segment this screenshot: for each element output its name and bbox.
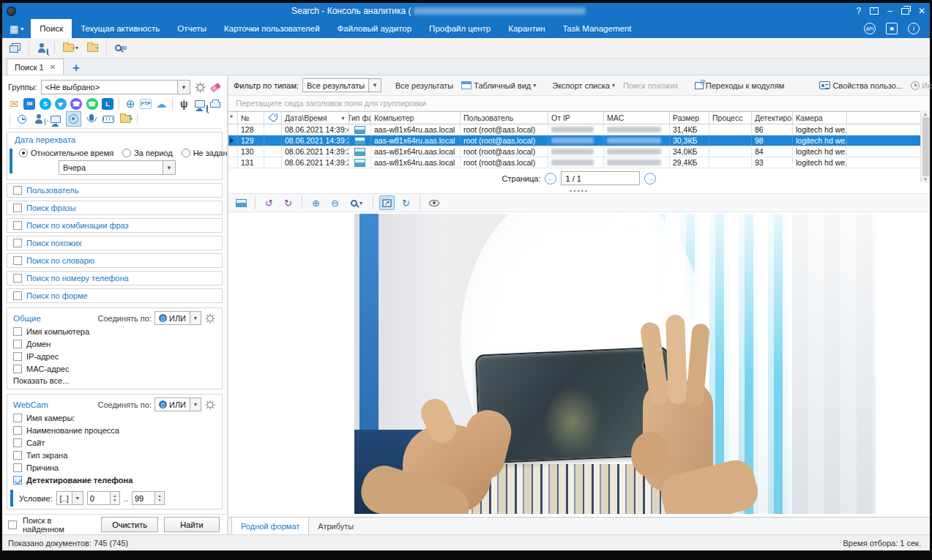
http-icon[interactable]: ⊕ bbox=[124, 97, 136, 111]
close-tab-icon[interactable]: ✕ bbox=[50, 63, 56, 71]
common-mac[interactable]: MAC-адрес bbox=[13, 362, 216, 375]
rotate-left-button[interactable]: ↺ bbox=[261, 195, 277, 210]
email-icon[interactable]: ✉ bbox=[8, 97, 20, 111]
common-domain[interactable]: Домен bbox=[13, 337, 216, 350]
condition-from-stepper[interactable]: ▲▼ bbox=[87, 491, 120, 505]
scrollbar-thumb[interactable] bbox=[922, 117, 929, 176]
cloud-icon[interactable]: ☁ bbox=[155, 97, 167, 111]
condition-from-input[interactable] bbox=[88, 492, 110, 504]
info-icon[interactable]: i bbox=[908, 23, 920, 34]
search-in-found-checkbox[interactable] bbox=[8, 520, 17, 529]
condition-to-input[interactable] bbox=[133, 492, 154, 504]
tab-poisk-1[interactable]: Поиск 1 ✕ bbox=[7, 59, 64, 75]
monitor-icon[interactable] bbox=[49, 113, 62, 126]
close-button[interactable]: ✕ bbox=[918, 7, 925, 15]
refresh-image-button[interactable]: ↻ bbox=[398, 195, 414, 210]
col-computer[interactable]: Компьютер bbox=[371, 112, 461, 124]
col-from-ip[interactable]: От IP bbox=[548, 112, 604, 124]
table-row-selected[interactable]: 129 08.06.2021 14:39:38 aas-w81x64ru.aas… bbox=[228, 135, 930, 146]
export-document-button[interactable]: → ▾ bbox=[60, 42, 81, 53]
table-row[interactable]: 128 08.06.2021 14:39:41 aas-w81x64ru.aas… bbox=[228, 124, 930, 135]
tab-native-format[interactable]: Родной формат bbox=[231, 518, 309, 534]
file-export-icon[interactable]: ↴ bbox=[119, 113, 132, 126]
zoom-out-button[interactable]: ⊖ bbox=[327, 195, 343, 210]
minimize-button[interactable]: – bbox=[887, 7, 892, 15]
table-row[interactable]: 131 08.06.2021 14:39:33 aas-w81x64ru.aas… bbox=[228, 157, 930, 168]
col-user[interactable]: Пользователь bbox=[461, 112, 548, 124]
webcam-icon-selected[interactable] bbox=[66, 111, 81, 127]
common-settings-button[interactable] bbox=[204, 313, 216, 324]
radio-relative-time[interactable] bbox=[19, 149, 28, 157]
cascade-windows-button[interactable] bbox=[7, 42, 23, 54]
checkbox[interactable] bbox=[13, 426, 22, 435]
add-tab-button[interactable]: + bbox=[64, 61, 89, 75]
printer-icon[interactable] bbox=[209, 97, 221, 111]
keyboard-icon[interactable] bbox=[102, 113, 115, 126]
common-computer-name[interactable]: Имя компьютера bbox=[13, 325, 216, 337]
rotate-right-button[interactable]: ↻ bbox=[280, 195, 296, 210]
import-document-button[interactable]: ← bbox=[84, 42, 101, 53]
tab-attributes[interactable]: Атрибуты bbox=[309, 518, 362, 534]
col-mac[interactable]: MAC bbox=[604, 112, 670, 124]
device-search-icon[interactable] bbox=[193, 97, 205, 111]
checkbox[interactable] bbox=[13, 186, 22, 195]
col-process[interactable]: Процесс bbox=[709, 112, 752, 124]
menu-tab-quarantine[interactable]: Карантин bbox=[499, 19, 553, 38]
col-camera[interactable]: Камера bbox=[793, 112, 847, 124]
common-join-select[interactable]: ()ИЛИ ▼ bbox=[154, 311, 201, 325]
menu-tab-activity[interactable]: Текущая активность bbox=[72, 19, 168, 38]
col-marker[interactable]: * bbox=[228, 112, 238, 124]
filter-similar[interactable]: Поиск похожих bbox=[7, 236, 223, 250]
stepper-arrows[interactable]: ▲▼ bbox=[154, 492, 164, 504]
checkbox[interactable] bbox=[13, 438, 22, 447]
ftp-icon[interactable]: FTP bbox=[140, 99, 152, 109]
groups-settings-button[interactable] bbox=[194, 81, 206, 93]
zoom-level-button[interactable]: ▾ bbox=[346, 195, 367, 210]
checkbox[interactable] bbox=[13, 291, 22, 300]
checkbox[interactable] bbox=[13, 463, 22, 472]
groups-select[interactable]: <Не выбрано> ▼ bbox=[41, 80, 190, 94]
webcam-camera-name[interactable]: Имя камеры: bbox=[13, 411, 216, 424]
webcam-reason[interactable]: Причина bbox=[13, 461, 216, 474]
user-activity-icon[interactable] bbox=[32, 113, 45, 126]
save-image-button[interactable] bbox=[234, 195, 249, 210]
webcam-process-name[interactable]: Наименование процесса bbox=[13, 424, 216, 436]
find-button[interactable]: Найти bbox=[164, 517, 220, 532]
api-icon[interactable]: API bbox=[864, 23, 876, 34]
type-filter-select[interactable]: Все результаты ▼ bbox=[302, 78, 381, 92]
checkbox-checked[interactable] bbox=[13, 476, 22, 485]
filter-dictionary[interactable]: Поиск по словарю bbox=[7, 253, 223, 268]
user-search-button[interactable] bbox=[34, 42, 49, 54]
condition-to-stepper[interactable]: ▲▼ bbox=[132, 491, 165, 505]
lync-icon[interactable]: L bbox=[102, 97, 113, 111]
message-history-button[interactable]: История переписки bbox=[909, 81, 932, 91]
filter-phrase-combination[interactable]: Поиск по комбинации фраз bbox=[7, 218, 223, 233]
checkbox[interactable] bbox=[13, 221, 22, 230]
webcam-settings-button[interactable] bbox=[204, 399, 216, 411]
menu-tab-poisk[interactable]: Поиск bbox=[31, 19, 72, 38]
zoom-in-button[interactable]: ⊕ bbox=[308, 195, 324, 210]
scroll-up-icon[interactable]: ▲ bbox=[923, 112, 928, 116]
usb-icon[interactable]: ψ bbox=[178, 97, 190, 111]
col-detected[interactable]: Детектирова bbox=[752, 112, 793, 124]
common-ip[interactable]: IP-адрес bbox=[13, 350, 216, 362]
viber-icon[interactable]: ☎ bbox=[70, 97, 82, 111]
checkbox[interactable] bbox=[13, 340, 22, 348]
col-tag[interactable] bbox=[264, 112, 282, 124]
menu-tab-profile-center[interactable]: Профайл центр bbox=[420, 19, 499, 38]
webcam-site[interactable]: Сайт bbox=[13, 436, 216, 449]
checkbox[interactable] bbox=[13, 327, 22, 336]
checkbox[interactable] bbox=[13, 352, 22, 361]
stepper-arrows[interactable]: ▲▼ bbox=[110, 492, 119, 504]
webcam-phone-detection[interactable]: Детектирование телефона bbox=[13, 474, 216, 486]
fit-to-window-button[interactable] bbox=[379, 195, 395, 210]
all-results-button[interactable]: Все результаты bbox=[393, 81, 455, 91]
filter-phrase[interactable]: Поиск фразы bbox=[7, 201, 223, 215]
restore-button[interactable] bbox=[901, 8, 909, 15]
checkbox[interactable] bbox=[13, 274, 22, 283]
skype-icon[interactable]: S bbox=[40, 97, 51, 111]
checkbox[interactable] bbox=[13, 451, 22, 460]
checkbox[interactable] bbox=[13, 365, 22, 373]
col-size[interactable]: Размер bbox=[670, 112, 709, 124]
condition-operator-select[interactable]: [..] ▼ bbox=[56, 491, 83, 505]
